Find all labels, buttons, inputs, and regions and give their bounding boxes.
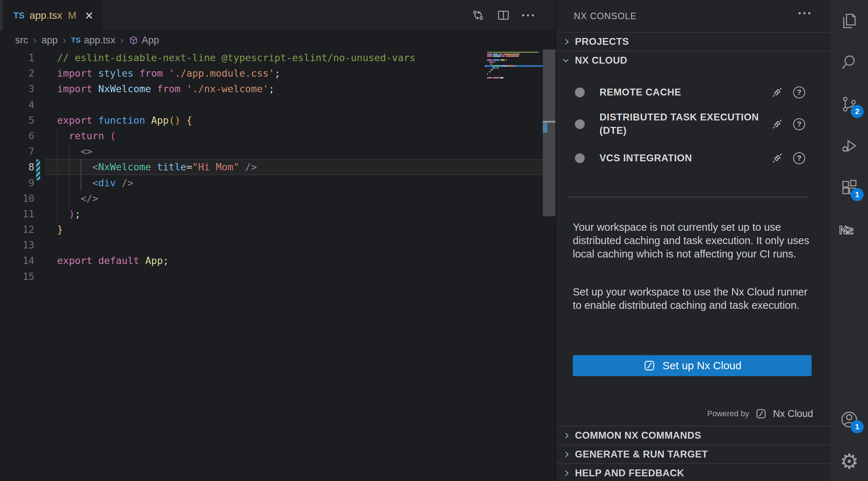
minimap-token bbox=[506, 59, 507, 61]
section-help-and-feedback[interactable]: HELP AND FEEDBACK bbox=[556, 463, 830, 481]
editor-group-edge bbox=[0, 0, 3, 31]
breadcrumb-separator-icon: › bbox=[33, 35, 36, 46]
line-number: 2 bbox=[0, 65, 34, 81]
help-icon[interactable]: ? bbox=[793, 118, 805, 130]
setup-hint-text: Set up your workspace to use the Nx Clou… bbox=[573, 285, 814, 312]
open-changes-icon[interactable] bbox=[471, 8, 485, 22]
breadcrumb-item-app-tsx[interactable]: TSapp.tsx bbox=[71, 35, 115, 46]
activity-item-nx-console[interactable]: N≥ bbox=[838, 219, 860, 241]
section-common-nx-commands[interactable]: COMMON NX COMMANDS bbox=[556, 426, 830, 444]
line-content: export function App() { bbox=[57, 112, 192, 128]
line-number: 3 bbox=[0, 81, 34, 97]
activity-item-accounts[interactable]: 1 bbox=[838, 409, 860, 430]
section-generate-run-target[interactable]: GENERATE & RUN TARGET bbox=[556, 444, 830, 463]
powered-by-label: Powered by bbox=[707, 409, 749, 418]
status-dot-icon bbox=[575, 153, 585, 163]
feature-row-distributed-task-execution-dte-: DISTRIBUTED TASK EXECUTION (DTE)? bbox=[556, 107, 830, 141]
breadcrumb-label: src bbox=[15, 35, 28, 46]
section-projects[interactable]: PROJECTS bbox=[556, 32, 830, 51]
minimap-token bbox=[514, 65, 516, 67]
code-line: 1// eslint-disable-next-line @typescript… bbox=[0, 50, 555, 65]
section-label: NX CLOUD bbox=[575, 55, 627, 66]
symbol-cube-icon bbox=[129, 35, 138, 45]
line-content: } bbox=[57, 222, 63, 237]
tab-filename: app.tsx bbox=[30, 10, 62, 21]
minimap[interactable] bbox=[487, 51, 543, 84]
minimap-token bbox=[493, 55, 500, 57]
divider bbox=[567, 197, 808, 197]
editor-scrollbar[interactable] bbox=[543, 50, 555, 481]
feature-actions: ? bbox=[771, 118, 805, 131]
section-label: PROJECTS bbox=[575, 36, 629, 47]
activity-item-run-and-debug[interactable] bbox=[838, 135, 860, 157]
setup-nx-cloud-button[interactable]: Set up Nx Cloud bbox=[573, 355, 812, 376]
minimap-token bbox=[487, 73, 488, 75]
activity-item-explorer[interactable] bbox=[838, 10, 860, 32]
setup-button-label: Set up Nx Cloud bbox=[662, 359, 741, 372]
activity-item-source-control[interactable]: 2 bbox=[838, 93, 860, 115]
code-line: 3import NxWelcome from './nx-welcome'; bbox=[0, 81, 555, 97]
minimap-token bbox=[519, 54, 519, 55]
chevron-right-icon bbox=[563, 451, 569, 457]
activity-item-search[interactable] bbox=[838, 52, 860, 73]
feature-row-vcs-integration: VCS INTEGRATION? bbox=[556, 148, 830, 168]
feature-actions: ? bbox=[771, 86, 805, 99]
nx-cloud-brand-label: Nx Cloud bbox=[773, 408, 813, 420]
nx-console-panel: NX CONSOLE ··· PROJECTS NX CLOUD REMOTE … bbox=[555, 0, 830, 481]
chevron-right-icon bbox=[563, 470, 569, 476]
code-line: 2import styles from './app.module.css'; bbox=[0, 65, 555, 81]
feature-label: REMOTE CACHE bbox=[600, 86, 773, 99]
activity-item-settings[interactable]: ⚙ bbox=[838, 451, 860, 472]
breadcrumb: src›app›TSapp.tsx›App bbox=[0, 31, 555, 50]
code-line: 6 return ( bbox=[0, 128, 555, 144]
line-number: 15 bbox=[0, 269, 34, 284]
code-line: 4 bbox=[0, 97, 555, 112]
scrollbar-thumb[interactable] bbox=[543, 50, 555, 216]
modified-badge: M bbox=[68, 10, 76, 21]
code-line: 7 <> bbox=[0, 144, 555, 159]
minimap-token bbox=[493, 54, 498, 55]
help-icon[interactable]: ? bbox=[793, 86, 805, 98]
breadcrumb-item-src[interactable]: src bbox=[15, 35, 28, 46]
minimap-line bbox=[487, 78, 543, 80]
split-editor-icon[interactable] bbox=[496, 8, 511, 22]
line-number: 10 bbox=[0, 191, 34, 206]
feature-actions: ? bbox=[771, 152, 805, 165]
code-line: 13 bbox=[0, 237, 555, 253]
overview-ruler-modified-mark bbox=[543, 123, 547, 133]
breadcrumb-separator-icon: › bbox=[120, 35, 124, 46]
breadcrumb-item-app[interactable]: App bbox=[129, 35, 159, 46]
indent-guide bbox=[69, 191, 81, 206]
activity-item-extensions[interactable]: 1 bbox=[838, 176, 860, 198]
connect-icon[interactable] bbox=[771, 118, 784, 131]
line-number: 6 bbox=[0, 128, 34, 144]
connect-icon[interactable] bbox=[771, 152, 784, 165]
breadcrumb-item-app[interactable]: app bbox=[42, 35, 58, 46]
tab-app-tsx[interactable]: TS app.tsx M × bbox=[3, 0, 103, 31]
code-editor[interactable]: 1// eslint-disable-next-line @typescript… bbox=[0, 50, 555, 284]
minimap-token bbox=[502, 77, 503, 78]
gear-icon: ⚙ bbox=[840, 451, 859, 472]
minimap-token bbox=[493, 77, 499, 78]
line-number: 7 bbox=[0, 144, 34, 159]
minimap-token bbox=[489, 61, 494, 63]
panel-more-actions-icon[interactable]: ··· bbox=[798, 9, 812, 17]
minimap-token bbox=[497, 67, 498, 69]
workspace-status-text: Your workspace is not currently set up t… bbox=[573, 221, 814, 261]
help-icon[interactable]: ? bbox=[793, 152, 805, 164]
connect-icon[interactable] bbox=[771, 86, 784, 99]
section-nx-cloud[interactable]: NX CLOUD bbox=[556, 51, 830, 69]
close-tab-icon[interactable]: × bbox=[85, 9, 93, 22]
status-dot-icon bbox=[575, 88, 585, 97]
badge-count: 1 bbox=[851, 420, 864, 433]
minimap-modified-mark bbox=[485, 65, 486, 67]
typescript-icon: TS bbox=[71, 36, 81, 44]
minimap-token bbox=[507, 65, 514, 67]
indent-guide bbox=[81, 175, 93, 191]
more-actions-icon[interactable]: ··· bbox=[521, 8, 536, 22]
typescript-icon: TS bbox=[13, 10, 25, 21]
minimap-token bbox=[493, 59, 500, 61]
minimap-token bbox=[503, 59, 505, 61]
line-content: <> bbox=[57, 144, 93, 159]
code-line: 10 </> bbox=[0, 191, 555, 206]
